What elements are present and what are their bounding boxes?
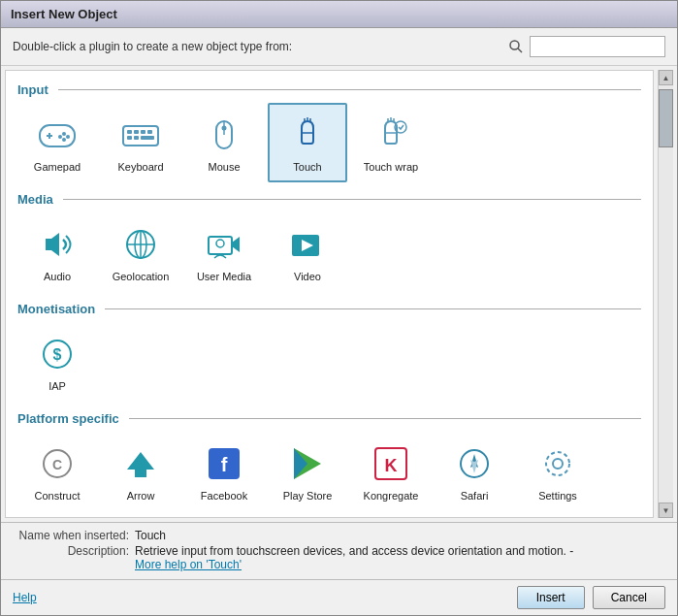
- item-facebook[interactable]: f Facebook: [184, 432, 264, 511]
- video-icon: [285, 222, 330, 267]
- svg-point-7: [58, 135, 62, 139]
- item-arrow[interactable]: Arrow: [101, 432, 180, 511]
- svg-point-48: [546, 452, 569, 475]
- facebook-label: Facebook: [201, 490, 247, 502]
- safari-icon: [452, 441, 497, 486]
- gamepad-label: Gamepad: [34, 161, 81, 173]
- audio-label: Audio: [44, 271, 71, 282]
- svg-text:K: K: [385, 456, 398, 475]
- svg-point-30: [216, 240, 224, 247]
- search-area: [506, 36, 665, 57]
- cancel-button[interactable]: Cancel: [593, 586, 665, 609]
- svg-point-47: [553, 459, 563, 469]
- svg-marker-29: [232, 237, 240, 252]
- facebook-icon: f: [202, 441, 246, 486]
- touch-wrap-label: Touch wrap: [364, 161, 418, 173]
- scroll-thumb[interactable]: [659, 89, 673, 147]
- arrow-label: Arrow: [127, 490, 155, 502]
- insert-button[interactable]: Insert: [517, 586, 585, 609]
- settings-label: Settings: [538, 490, 577, 502]
- item-geolocation[interactable]: Geolocation: [101, 212, 180, 292]
- video-label: Video: [294, 271, 321, 282]
- footer-bar: Help Insert Cancel: [1, 579, 677, 615]
- item-construct[interactable]: C Construct: [17, 432, 97, 511]
- audio-icon: [35, 222, 80, 267]
- geolocation-icon: [118, 222, 163, 267]
- item-safari[interactable]: Safari: [435, 432, 514, 511]
- settings-icon: [535, 441, 580, 486]
- svg-text:f: f: [221, 454, 228, 475]
- geolocation-label: Geolocation: [113, 271, 170, 282]
- svg-point-0: [510, 41, 519, 49]
- item-keyboard[interactable]: Keyboard: [101, 103, 180, 182]
- section-media-label: Media: [17, 192, 641, 207]
- section-platform-label: Platform specific: [17, 411, 641, 426]
- item-gamepad[interactable]: Gamepad: [17, 103, 97, 182]
- kongregate-label: Kongregate: [364, 490, 419, 502]
- kongregate-icon: K: [369, 441, 413, 486]
- keyboard-label: Keyboard: [117, 161, 163, 173]
- svg-line-1: [518, 49, 522, 52]
- plugin-list: Input Gamepad: [5, 70, 654, 518]
- svg-rect-11: [134, 130, 139, 134]
- platform-items-row: C Construct Arrow: [17, 432, 641, 511]
- section-input-label: Input: [17, 82, 641, 97]
- svg-point-6: [66, 135, 70, 139]
- touch-label: Touch: [293, 161, 321, 173]
- svg-point-19: [222, 126, 227, 131]
- scroll-down-btn[interactable]: ▼: [659, 503, 673, 518]
- footer-buttons: Insert Cancel: [517, 586, 665, 609]
- description-text: Retrieve input from touchscreen devices,…: [135, 544, 573, 558]
- input-items-row: Gamepad: [17, 103, 641, 182]
- description-label: Description:: [13, 544, 129, 558]
- name-value: Touch: [135, 529, 665, 542]
- search-icon: [506, 37, 526, 56]
- gamepad-icon: [35, 113, 80, 157]
- item-touch-wrap[interactable]: Touch wrap: [351, 103, 431, 182]
- playstore-icon: [285, 441, 330, 486]
- svg-point-5: [62, 132, 66, 136]
- safari-label: Safari: [461, 490, 489, 502]
- scrollbar[interactable]: ▲ ▼: [658, 70, 673, 518]
- scroll-spacer: [659, 147, 673, 503]
- help-link[interactable]: Help: [13, 591, 37, 604]
- svg-point-8: [62, 138, 66, 142]
- item-kongregate[interactable]: K Kongregate: [351, 432, 431, 511]
- svg-text:C: C: [52, 457, 62, 472]
- svg-rect-12: [141, 130, 145, 134]
- title-bar: Insert New Object: [1, 1, 677, 28]
- item-settings[interactable]: Settings: [518, 432, 597, 511]
- description-value: Retrieve input from touchscreen devices,…: [135, 544, 665, 571]
- item-user-media[interactable]: User Media: [184, 212, 264, 292]
- svg-rect-16: [141, 136, 154, 140]
- svg-marker-23: [46, 233, 59, 256]
- item-iap[interactable]: $ IAP: [17, 322, 97, 402]
- bottom-info: Name when inserted: Touch Description: R…: [1, 522, 677, 579]
- user-media-label: User Media: [197, 271, 251, 282]
- mouse-label: Mouse: [208, 161, 240, 173]
- item-touch[interactable]: Touch: [268, 103, 347, 182]
- scroll-up-btn[interactable]: ▲: [659, 70, 673, 85]
- item-video[interactable]: Video: [268, 212, 347, 292]
- instruction-label: Double-click a plugin to create a new ob…: [13, 40, 292, 53]
- name-label: Name when inserted:: [13, 529, 129, 542]
- more-help-link[interactable]: More help on 'Touch': [135, 558, 242, 571]
- svg-marker-37: [127, 452, 154, 477]
- playstore-label: Play Store: [283, 490, 333, 502]
- name-row: Name when inserted: Touch: [13, 529, 665, 542]
- mouse-icon: [202, 113, 246, 157]
- arrow-icon: [118, 441, 163, 486]
- item-mouse[interactable]: Mouse: [184, 103, 264, 182]
- item-audio[interactable]: Audio: [17, 212, 97, 292]
- media-items-row: Audio Geolocation: [17, 212, 641, 292]
- svg-rect-14: [127, 136, 132, 140]
- keyboard-icon: [118, 113, 163, 157]
- dialog: Insert New Object Double-click a plugin …: [0, 0, 678, 616]
- touch-wrap-icon: [369, 113, 413, 157]
- touch-icon: [285, 113, 330, 157]
- item-playstore[interactable]: Play Store: [268, 432, 347, 511]
- search-input[interactable]: [530, 36, 665, 57]
- content-area: Input Gamepad: [1, 66, 677, 522]
- svg-rect-10: [127, 130, 132, 134]
- user-media-icon: [202, 222, 246, 267]
